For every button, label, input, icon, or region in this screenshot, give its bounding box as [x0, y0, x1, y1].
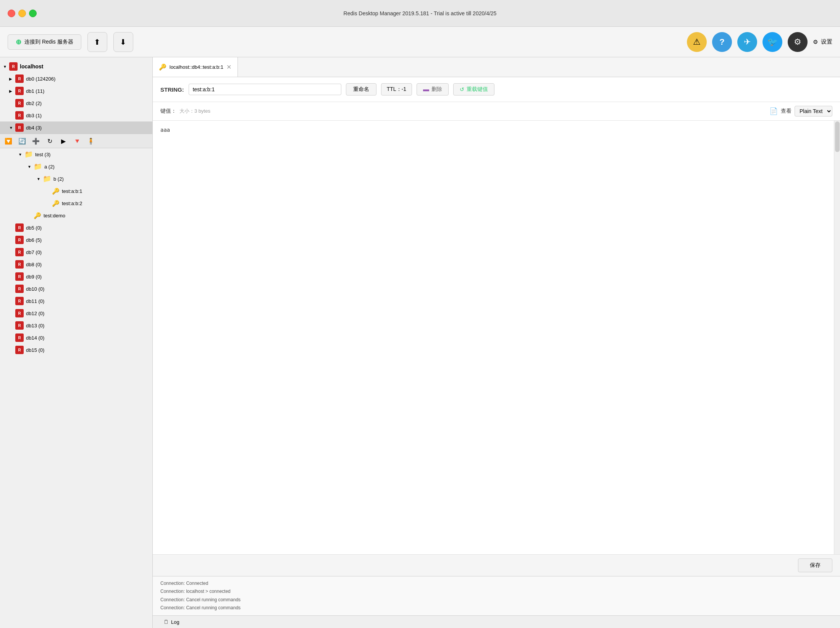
- tab-label: localhost::db4::test:a:b:1: [170, 64, 223, 70]
- import-icon: ⬆: [94, 37, 100, 47]
- db4-label: db4 (3): [26, 125, 42, 131]
- scrollbar-track[interactable]: [834, 121, 840, 554]
- person-icon[interactable]: 🧍: [86, 136, 96, 146]
- telegram-icon: ✈: [744, 37, 751, 47]
- tab-key-icon: 🔑: [159, 63, 166, 71]
- key-name-input[interactable]: [189, 84, 341, 95]
- twitter-button[interactable]: 🐦: [762, 32, 782, 52]
- value-header: 键值： 大小：3 bytes 📄 查看 Plain Text JSON HEX …: [153, 102, 840, 121]
- value-editor[interactable]: aaa: [153, 121, 834, 554]
- sidebar-item-key-test-a-b-1[interactable]: 🔑 test:a:b:1: [0, 185, 152, 197]
- refresh-green-icon[interactable]: 🔄: [17, 136, 27, 146]
- reload-icon[interactable]: ↻: [44, 136, 55, 146]
- sidebar-item-db9[interactable]: R db9 (0): [0, 270, 152, 283]
- plus-icon: ⊕: [16, 38, 21, 46]
- db15-label: db15 (0): [26, 347, 44, 353]
- db14-arrow: [9, 336, 15, 340]
- sidebar-item-db1[interactable]: ▶ R db1 (11): [0, 85, 152, 97]
- server-node-localhost[interactable]: ▼ R localhost: [0, 60, 152, 73]
- sidebar-item-key-test-demo[interactable]: 🔑 test:demo: [0, 209, 152, 222]
- delete-icon: ▬: [423, 86, 429, 93]
- view-label-text: 查看: [781, 108, 792, 115]
- sidebar-item-db11[interactable]: R db11 (0): [0, 295, 152, 307]
- db4-icon: R: [15, 123, 24, 132]
- content-area: 🔑 localhost::db4::test:a:b:1 ✕ STRING: 重…: [153, 57, 840, 628]
- reload-button[interactable]: ↺ 重载键值: [453, 83, 494, 95]
- sidebar-item-db3[interactable]: R db3 (1): [0, 109, 152, 121]
- db5-arrow: [9, 226, 15, 230]
- tab-bar: 🔑 localhost::db4::test:a:b:1 ✕: [153, 57, 840, 77]
- active-tab[interactable]: 🔑 localhost::db4::test:a:b:1 ✕: [153, 57, 238, 77]
- sidebar-item-db5[interactable]: R db5 (0): [0, 222, 152, 234]
- db15-icon: R: [15, 346, 24, 354]
- export-icon: ⬇: [120, 37, 126, 47]
- log-line-1: Connection: Connected: [160, 579, 832, 588]
- clear-filter-icon[interactable]: 🔻: [72, 136, 82, 146]
- sidebar-item-folder-test[interactable]: ▼ 📁 test (3): [0, 148, 152, 160]
- view-format-select[interactable]: Plain Text JSON HEX Binary: [795, 106, 832, 117]
- b-folder-icon: 📁: [43, 175, 51, 183]
- twitter-icon: 🐦: [767, 37, 778, 47]
- sidebar-item-db2[interactable]: R db2 (2): [0, 97, 152, 109]
- db14-label: db14 (0): [26, 335, 44, 341]
- sidebar-item-db4[interactable]: ▼ R db4 (3): [0, 121, 152, 134]
- db5-icon: R: [15, 223, 24, 232]
- titlebar: Redis Desktop Manager 2019.5.181 - Trial…: [0, 0, 840, 27]
- sidebar-item-folder-a[interactable]: ▼ 📁 a (2): [0, 160, 152, 173]
- settings-label: 设置: [821, 38, 832, 45]
- sidebar-item-db10[interactable]: R db10 (0): [0, 283, 152, 295]
- sidebar-item-db12[interactable]: R db12 (0): [0, 307, 152, 319]
- scrollbar-thumb[interactable]: [835, 121, 840, 152]
- log-tab[interactable]: 🗒 Log: [159, 617, 184, 626]
- db1-label: db1 (11): [26, 88, 44, 94]
- close-button[interactable]: [8, 10, 15, 17]
- key1-label: test:a:b:1: [62, 188, 82, 194]
- server-icon: R: [9, 62, 18, 71]
- rename-button[interactable]: 重命名: [346, 83, 376, 95]
- save-button[interactable]: 保存: [798, 558, 832, 572]
- maximize-button[interactable]: [29, 10, 37, 17]
- sidebar-item-db13[interactable]: R db13 (0): [0, 319, 152, 332]
- value-section: 键值： 大小：3 bytes 📄 查看 Plain Text JSON HEX …: [153, 102, 840, 576]
- reload-icon: ↺: [460, 86, 464, 92]
- minimize-button[interactable]: [18, 10, 26, 17]
- db11-label: db11 (0): [26, 298, 44, 304]
- db3-icon: R: [15, 111, 24, 120]
- sidebar-item-db0[interactable]: ▶ R db0 (124206): [0, 73, 152, 85]
- key2-icon: 🔑: [52, 200, 60, 207]
- warning-button[interactable]: ⚠: [687, 32, 707, 52]
- server-expand-arrow: ▼: [3, 65, 9, 69]
- tab-close-button[interactable]: ✕: [226, 63, 231, 71]
- export-button[interactable]: ⬇: [113, 32, 133, 52]
- filter-icon[interactable]: 🔽: [3, 136, 14, 146]
- help-button[interactable]: ?: [712, 32, 732, 52]
- telegram-button[interactable]: ✈: [737, 32, 757, 52]
- sidebar-item-folder-b[interactable]: ▼ 📁 b (2): [0, 173, 152, 185]
- sidebar-item-db15[interactable]: R db15 (0): [0, 344, 152, 356]
- add-key-icon[interactable]: ➕: [31, 136, 41, 146]
- db5-label: db5 (0): [26, 225, 42, 231]
- a-folder-icon: 📁: [34, 162, 42, 171]
- connect-button-label: 连接到 Redis 服务器: [24, 39, 73, 45]
- db11-arrow: [9, 299, 15, 303]
- sidebar-item-key-test-a-b-2[interactable]: 🔑 test:a:b:2: [0, 197, 152, 209]
- delete-button[interactable]: ▬ 删除: [417, 83, 449, 95]
- db13-label: db13 (0): [26, 323, 44, 329]
- view-format-icon: 📄: [769, 107, 778, 115]
- db9-icon: R: [15, 272, 24, 281]
- log-section: Connection: Connected Connection: localh…: [153, 576, 840, 628]
- import-button[interactable]: ⬆: [87, 32, 107, 52]
- log-tab-label: Log: [171, 619, 179, 625]
- demo-label: test:demo: [44, 213, 65, 219]
- connect-server-button[interactable]: ⊕ 连接到 Redis 服务器: [8, 34, 81, 50]
- db4-arrow: ▼: [9, 126, 15, 130]
- sidebar-item-db6[interactable]: R db6 (5): [0, 234, 152, 246]
- sidebar-item-db8[interactable]: R db8 (0): [0, 258, 152, 270]
- key-type-label: STRING:: [160, 86, 184, 93]
- sidebar-item-db7[interactable]: R db7 (0): [0, 246, 152, 258]
- settings-button[interactable]: ⚙ 设置: [813, 38, 832, 45]
- console-icon[interactable]: ▶: [58, 136, 69, 146]
- db0-arrow: ▶: [9, 77, 15, 81]
- github-button[interactable]: ⚙: [788, 32, 808, 52]
- sidebar-item-db14[interactable]: R db14 (0): [0, 332, 152, 344]
